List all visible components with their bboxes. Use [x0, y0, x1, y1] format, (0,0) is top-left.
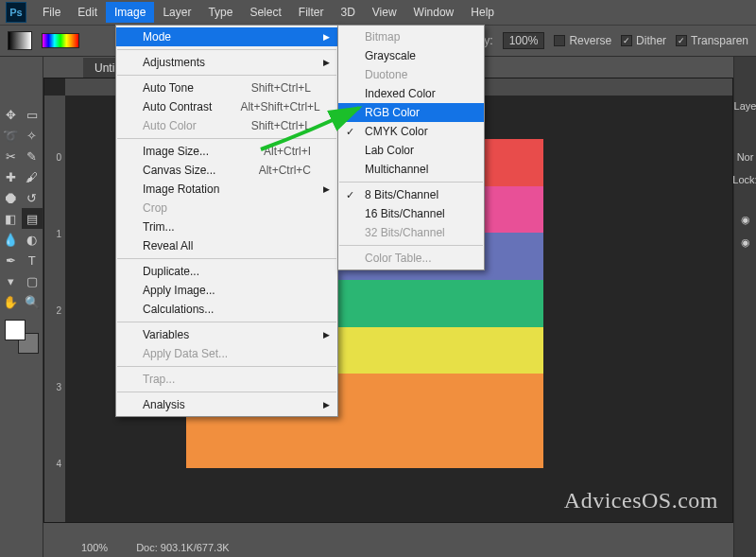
- tool-preset-icon[interactable]: [8, 31, 32, 50]
- menu-item-indexed-color[interactable]: Indexed Color: [338, 84, 484, 103]
- menu-item-8bits[interactable]: ✓8 Bits/Channel: [338, 185, 484, 204]
- menu-layer[interactable]: Layer: [154, 2, 199, 23]
- dither-label: Dither: [636, 34, 666, 47]
- shortcut-text: Shift+Ctrl+L: [251, 81, 311, 95]
- image-menu-dropdown: Mode▶ Adjustments▶ Auto ToneShift+Ctrl+L…: [115, 25, 338, 417]
- menu-item-variables[interactable]: Variables▶: [116, 325, 337, 344]
- menu-separator: [339, 245, 483, 246]
- ruler-tick: 1: [56, 229, 61, 239]
- submenu-arrow-icon: ▶: [323, 184, 330, 194]
- menu-item-rgb-color[interactable]: RGB Color: [338, 103, 484, 122]
- zoom-tool[interactable]: 🔍: [22, 291, 43, 312]
- reverse-checkbox[interactable]: Reverse: [554, 34, 611, 47]
- eyedropper-tool[interactable]: ✎: [22, 146, 43, 166]
- menu-item-auto-color[interactable]: Auto ColorShift+Ctrl+L: [116, 116, 337, 135]
- menu-item-adjustments[interactable]: Adjustments▶: [116, 53, 337, 72]
- menu-item-lab-color[interactable]: Lab Color: [338, 141, 484, 160]
- lasso-tool[interactable]: ➰: [0, 125, 22, 146]
- canvas-stripe: [186, 421, 543, 468]
- menu-item-grayscale[interactable]: Grayscale: [338, 46, 484, 65]
- menu-separator: [117, 75, 336, 76]
- shortcut-text: Shift+Ctrl+L: [251, 119, 311, 132]
- mode-submenu: Bitmap Grayscale Duotone Indexed Color R…: [337, 25, 485, 270]
- ruler-tick: 4: [56, 459, 61, 469]
- menu-item-calculations[interactable]: Calculations...: [116, 300, 337, 319]
- menu-item-image-size[interactable]: Image Size...Alt+Ctrl+I: [116, 142, 337, 161]
- menu-type[interactable]: Type: [199, 2, 241, 23]
- foreground-color-swatch[interactable]: [5, 320, 26, 340]
- menu-item-canvas-size[interactable]: Canvas Size...Alt+Ctrl+C: [116, 161, 337, 180]
- magic-wand-tool[interactable]: ✧: [22, 125, 43, 146]
- menu-item-apply-image[interactable]: Apply Image...: [116, 281, 337, 300]
- zoom-level[interactable]: 100%: [81, 542, 108, 553]
- path-select-tool[interactable]: ▾: [0, 270, 22, 291]
- menu-file[interactable]: File: [34, 2, 69, 23]
- type-tool[interactable]: T: [22, 250, 43, 270]
- marquee-tool[interactable]: ▭: [22, 104, 43, 125]
- doc-size[interactable]: Doc: 903.1K/677.3K: [136, 542, 229, 553]
- menu-item-color-table: Color Table...: [338, 249, 484, 268]
- rectangle-tool[interactable]: ▢: [22, 270, 43, 291]
- status-bar: 100% Doc: 903.1K/677.3K: [43, 538, 733, 557]
- visibility-icon[interactable]: ◉: [734, 231, 756, 253]
- ruler-tick: 3: [56, 382, 61, 392]
- clone-stamp-tool[interactable]: ⯃: [0, 187, 22, 208]
- blend-mode[interactable]: Nor: [734, 146, 756, 168]
- color-swatches[interactable]: [5, 320, 39, 354]
- submenu-arrow-icon: ▶: [323, 330, 330, 339]
- dodge-tool[interactable]: ◐: [22, 229, 43, 250]
- menu-separator: [117, 49, 336, 50]
- menu-item-trap: Trap...: [116, 370, 337, 389]
- toolbox: ✥▭ ➰✧ ✂✎ ✚🖌 ⯃↺ ◧▤ 💧◐ ✒T ▾▢ ✋🔍: [0, 57, 43, 557]
- menubar: Ps File Edit Image Layer Type Select Fil…: [0, 0, 756, 25]
- dither-checkbox[interactable]: ✓Dither: [621, 34, 666, 47]
- menu-view[interactable]: View: [364, 2, 405, 23]
- shortcut-text: Alt+Ctrl+C: [259, 164, 311, 177]
- eraser-tool[interactable]: ◧: [0, 208, 22, 229]
- vertical-ruler: 0 1 2 3 4: [44, 96, 65, 522]
- menu-help[interactable]: Help: [462, 2, 503, 23]
- blur-tool[interactable]: 💧: [0, 229, 22, 250]
- check-icon: ✓: [346, 126, 354, 138]
- hand-tool[interactable]: ✋: [0, 291, 22, 312]
- history-brush-tool[interactable]: ↺: [22, 187, 43, 208]
- menu-separator: [339, 182, 483, 183]
- menu-item-reveal-all[interactable]: Reveal All: [116, 236, 337, 255]
- ruler-tick: 2: [56, 305, 61, 316]
- healing-brush-tool[interactable]: ✚: [0, 166, 22, 187]
- layers-panel-tab[interactable]: Laye: [734, 95, 756, 117]
- opacity-value[interactable]: 100%: [503, 32, 545, 49]
- menu-separator: [117, 366, 336, 367]
- menu-item-mode[interactable]: Mode▶: [116, 27, 337, 46]
- menu-item-duplicate[interactable]: Duplicate...: [116, 262, 337, 281]
- menu-window[interactable]: Window: [405, 2, 463, 23]
- pen-tool[interactable]: ✒: [0, 250, 22, 270]
- menu-item-multichannel[interactable]: Multichannel: [338, 160, 484, 179]
- gradient-preview[interactable]: [42, 33, 79, 48]
- gradient-tool[interactable]: ▤: [22, 208, 43, 229]
- menu-image[interactable]: Image: [106, 2, 154, 23]
- menu-filter[interactable]: Filter: [290, 2, 333, 23]
- menu-separator: [117, 138, 336, 139]
- transparency-checkbox[interactable]: ✓Transparen: [676, 34, 748, 47]
- transparency-label: Transparen: [691, 34, 748, 47]
- menu-item-cmyk-color[interactable]: ✓CMYK Color: [338, 122, 484, 141]
- menu-select[interactable]: Select: [241, 2, 289, 23]
- menu-item-analysis[interactable]: Analysis▶: [116, 395, 337, 414]
- brush-tool[interactable]: 🖌: [22, 166, 43, 187]
- menu-item-auto-contrast[interactable]: Auto ContrastAlt+Shift+Ctrl+L: [116, 97, 337, 116]
- menu-3d[interactable]: 3D: [332, 2, 363, 23]
- move-tool[interactable]: ✥: [0, 104, 22, 125]
- submenu-arrow-icon: ▶: [323, 32, 330, 42]
- crop-tool[interactable]: ✂: [0, 146, 22, 166]
- watermark-text: AdvicesOS.com: [564, 488, 718, 513]
- menu-item-16bits[interactable]: 16 Bits/Channel: [338, 204, 484, 223]
- menu-item-trim[interactable]: Trim...: [116, 218, 337, 236]
- visibility-icon[interactable]: ◉: [734, 208, 756, 231]
- menu-item-image-rotation[interactable]: Image Rotation▶: [116, 180, 337, 199]
- menu-separator: [117, 322, 336, 322]
- panels-dock: Laye Nor Lock: ◉ ◉: [733, 57, 756, 557]
- menu-item-auto-tone[interactable]: Auto ToneShift+Ctrl+L: [116, 78, 337, 97]
- menu-item-apply-data-set: Apply Data Set...: [116, 344, 337, 363]
- menu-edit[interactable]: Edit: [69, 2, 106, 23]
